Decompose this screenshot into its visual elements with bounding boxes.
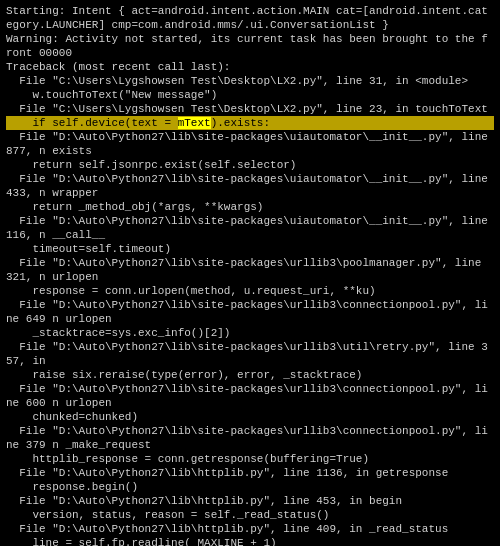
terminal-line: line = self.fp.readline(_MAXLINE + 1) xyxy=(6,536,494,546)
terminal-line: w.touchToText("New message") xyxy=(6,88,494,102)
terminal-line: raise six.reraise(type(error), error, _s… xyxy=(6,368,494,382)
terminal-line: timeout=self.timeout) xyxy=(6,242,494,256)
terminal-line: File "C:\Users\Lygshowsen Test\Desktop\L… xyxy=(6,74,494,88)
terminal-line: File "D:\Auto\Python27\lib\site-packages… xyxy=(6,298,494,326)
terminal-line: Starting: Intent { act=android.intent.ac… xyxy=(6,4,494,32)
terminal-line: response.begin() xyxy=(6,480,494,494)
terminal-line: return _method_obj(*args, **kwargs) xyxy=(6,200,494,214)
terminal-window: Starting: Intent { act=android.intent.ac… xyxy=(0,0,500,546)
terminal-line: _stacktrace=sys.exc_info()[2]) xyxy=(6,326,494,340)
terminal-line: Warning: Activity not started, its curre… xyxy=(6,32,494,60)
terminal-line: chunked=chunked) xyxy=(6,410,494,424)
terminal-line: File "D:\Auto\Python27\lib\site-packages… xyxy=(6,130,494,158)
terminal-line: version, status, reason = self._read_sta… xyxy=(6,508,494,522)
terminal-line: File "D:\Auto\Python27\lib\site-packages… xyxy=(6,172,494,200)
terminal-line: File "D:\Auto\Python27\lib\httplib.py", … xyxy=(6,466,494,480)
terminal-line: File "D:\Auto\Python27\lib\site-packages… xyxy=(6,340,494,368)
terminal-line: File "D:\Auto\Python27\lib\site-packages… xyxy=(6,382,494,410)
terminal-line: File "D:\Auto\Python27\lib\site-packages… xyxy=(6,256,494,284)
terminal-line: if self.device(text = mText).exists: xyxy=(6,116,494,130)
terminal-line: File "C:\Users\Lygshowsen Test\Desktop\L… xyxy=(6,102,494,116)
terminal-line: File "D:\Auto\Python27\lib\site-packages… xyxy=(6,424,494,452)
terminal-line: httplib_response = conn.getresponse(buff… xyxy=(6,452,494,466)
terminal-line: Traceback (most recent call last): xyxy=(6,60,494,74)
terminal-line: File "D:\Auto\Python27\lib\httplib.py", … xyxy=(6,494,494,508)
terminal-line: return self.jsonrpc.exist(self.selector) xyxy=(6,158,494,172)
terminal-line: File "D:\Auto\Python27\lib\httplib.py", … xyxy=(6,522,494,536)
terminal-line: response = conn.urlopen(method, u.reques… xyxy=(6,284,494,298)
terminal-line: File "D:\Auto\Python27\lib\site-packages… xyxy=(6,214,494,242)
